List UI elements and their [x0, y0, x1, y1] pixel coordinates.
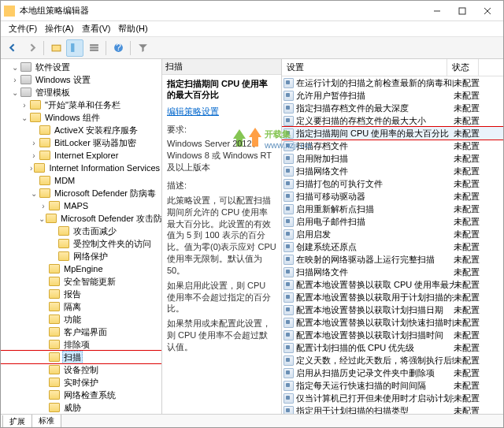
back-button[interactable] [4, 39, 21, 57]
close-button[interactable] [475, 2, 500, 20]
list-item[interactable]: 启用附加扫描未配置 [282, 152, 503, 165]
edit-policy-link[interactable]: 编辑策略设置 [167, 106, 219, 116]
tree-node[interactable]: 受控制文件夹的访问 [1, 237, 161, 250]
info-title: 指定扫描期间 CPU 使用率的最大百分比 [167, 78, 276, 101]
tree-node[interactable]: ›"开始"菜单和任务栏 [1, 99, 161, 111]
svg-text:?: ? [116, 43, 121, 53]
up-button[interactable] [47, 39, 65, 57]
tree-node[interactable]: ›MAPS [1, 199, 161, 212]
nav-tree[interactable]: ⌄软件设置›Windows 设置⌄管理模板›"开始"菜单和任务栏⌄Windows… [1, 59, 162, 414]
col-status[interactable]: 状态 [447, 59, 479, 76]
settings-list[interactable]: 设置 状态 在运行计划的扫描之前检查最新的病毒和间谍软件安全情报未配置允许用户暂… [282, 59, 503, 414]
app-icon [4, 6, 15, 17]
svg-rect-3 [75, 43, 79, 52]
req-text: Windows Server 2012、Windows 8 或 Windows … [167, 138, 276, 173]
tree-node[interactable]: 安全智能更新 [1, 275, 161, 288]
tree-node[interactable]: MDM [1, 174, 161, 187]
list-item[interactable]: 配置本地设置替换以获取计划扫描日期未配置 [282, 303, 503, 316]
toolbar: ? [1, 37, 503, 59]
list-item[interactable]: 扫描可移动驱动器未配置 [282, 190, 503, 203]
svg-rect-4 [90, 44, 98, 46]
list-item[interactable]: 指定每天运行快速扫描的时间间隔未配置 [282, 379, 503, 392]
tab-extended[interactable]: 扩展 [2, 415, 32, 428]
tree-node[interactable]: 扫描 [1, 351, 161, 363]
tree-node[interactable]: ActiveX 安装程序服务 [1, 124, 161, 136]
menu-action[interactable]: 操作(A) [42, 23, 77, 35]
show-tree-button[interactable] [66, 39, 83, 57]
tree-node[interactable]: 设备控制 [1, 363, 161, 376]
tree-node[interactable]: ⌄Microsoft Defender 攻击防护 [1, 212, 161, 225]
desc-label: 描述: [167, 180, 276, 192]
svg-rect-0 [459, 8, 465, 14]
list-item[interactable]: 配置本地设置替换以获取计划快速扫描时间未配置 [282, 316, 503, 329]
list-item[interactable]: 指定用于计划扫描的扫描类型未配置 [282, 404, 503, 414]
list-item[interactable]: 仅当计算机已打开但未使用时才启动计划扫描未配置 [282, 392, 503, 404]
list-item[interactable]: 启用启发未配置 [282, 228, 503, 240]
forward-button[interactable] [23, 39, 40, 57]
list-item[interactable]: 允许用户暂停扫描未配置 [282, 89, 503, 102]
list-item[interactable]: 定义天数，经过此天数后，将强制执行后续扫描未配置 [282, 354, 503, 367]
window-title: 本地组策略编辑器 [20, 5, 424, 17]
tree-node[interactable]: ›Windows 设置 [1, 73, 161, 86]
menubar[interactable]: 文件(F) 操作(A) 查看(V) 帮助(H) [1, 21, 503, 37]
list-item[interactable]: 配置本地设置替换以获取 CPU 使用率最大百分比未配置 [282, 278, 503, 291]
list-item[interactable]: 扫描网络文件未配置 [282, 165, 503, 177]
list-item[interactable]: 启用电子邮件扫描未配置 [282, 215, 503, 228]
svg-rect-2 [71, 43, 74, 52]
tree-node[interactable]: 客户端界面 [1, 326, 161, 338]
tree-node[interactable]: 实时保护 [1, 376, 161, 389]
list-item[interactable]: 在映射的网络驱动器上运行完整扫描未配置 [282, 253, 503, 266]
tree-node[interactable]: ›Internet Information Services [1, 162, 161, 174]
minimize-button[interactable] [424, 2, 450, 20]
tree-node[interactable]: ⌄管理模板 [1, 86, 161, 99]
tree-node[interactable]: 攻击面减少 [1, 225, 161, 237]
menu-help[interactable]: 帮助(H) [115, 23, 150, 35]
menu-view[interactable]: 查看(V) [79, 23, 114, 35]
tree-node[interactable]: MpEngine [1, 262, 161, 275]
details-button[interactable] [85, 39, 102, 57]
col-setting[interactable]: 设置 [282, 59, 447, 76]
list-item[interactable]: 在运行计划的扫描之前检查最新的病毒和间谍软件安全情报未配置 [282, 76, 503, 89]
list-item[interactable]: 扫描打包的可执行文件未配置 [282, 177, 503, 190]
desc-p3: 如果禁用或未配置此设置，则 CPU 使用率不会超过默认值。 [167, 318, 276, 353]
list-item[interactable]: 定义要扫描的存档文件的最大大小未配置 [282, 114, 503, 127]
list-item[interactable]: 配置本地设置替换以获取计划扫描时间未配置 [282, 329, 503, 341]
tree-node[interactable]: 网络检查系统 [1, 389, 161, 401]
list-item[interactable]: 配置本地设置替换以获取用于计划扫描的扫描类型未配置 [282, 291, 503, 303]
list-item[interactable]: 配置计划扫描的低 CPU 优先级未配置 [282, 341, 503, 354]
tree-node[interactable]: 排除项 [1, 338, 161, 351]
desc-p2: 如果启用此设置，则 CPU 使用率不会超过指定的百分比。 [167, 280, 276, 315]
tree-node[interactable]: ⌄Windows 组件 [1, 111, 161, 124]
tab-standard[interactable]: 标准 [32, 415, 61, 428]
list-item[interactable]: 创建系统还原点未配置 [282, 240, 503, 253]
list-item[interactable]: 启用重新解析点扫描未配置 [282, 203, 503, 215]
svg-rect-6 [90, 50, 98, 51]
tree-node[interactable]: 报告 [1, 288, 161, 300]
tree-node[interactable]: ›BitLocker 驱动器加密 [1, 136, 161, 149]
req-label: 要求: [167, 124, 276, 136]
tree-node[interactable]: ⌄Microsoft Defender 防病毒 [1, 187, 161, 199]
list-item[interactable]: 扫描网络文件未配置 [282, 266, 503, 278]
svg-rect-1 [52, 45, 61, 51]
tree-node[interactable]: 隔离 [1, 300, 161, 313]
tree-node[interactable]: ›Internet Explorer [1, 149, 161, 162]
info-header: 扫描 [162, 59, 281, 75]
tree-node[interactable]: ⌄软件设置 [1, 61, 161, 73]
svg-rect-5 [90, 47, 98, 48]
menu-file[interactable]: 文件(F) [6, 23, 40, 35]
tree-node[interactable]: 功能 [1, 313, 161, 326]
desc-p1: 此策略设置，可以配置扫描期间所允许的 CPU 使用率最大百分比。此设置的有效值为… [167, 195, 276, 277]
view-tabs[interactable]: 扩展 标准 [1, 414, 503, 428]
maximize-button[interactable] [450, 2, 475, 20]
list-item[interactable]: 指定扫描存档文件的最大深度未配置 [282, 102, 503, 114]
info-panel: 扫描 指定扫描期间 CPU 使用率的最大百分比 编辑策略设置 要求: Windo… [162, 59, 282, 414]
tree-node[interactable]: 威胁 [1, 401, 161, 414]
list-item[interactable]: 扫描存档文件未配置 [282, 140, 503, 152]
tree-node[interactable]: 网络保护 [1, 250, 161, 262]
filter-button[interactable] [134, 39, 151, 57]
list-item[interactable]: 指定扫描期间 CPU 使用率的最大百分比未配置 [282, 127, 503, 140]
help-button[interactable]: ? [109, 39, 127, 57]
list-item[interactable]: 启用从扫描历史记录文件夹中删除项未配置 [282, 367, 503, 379]
